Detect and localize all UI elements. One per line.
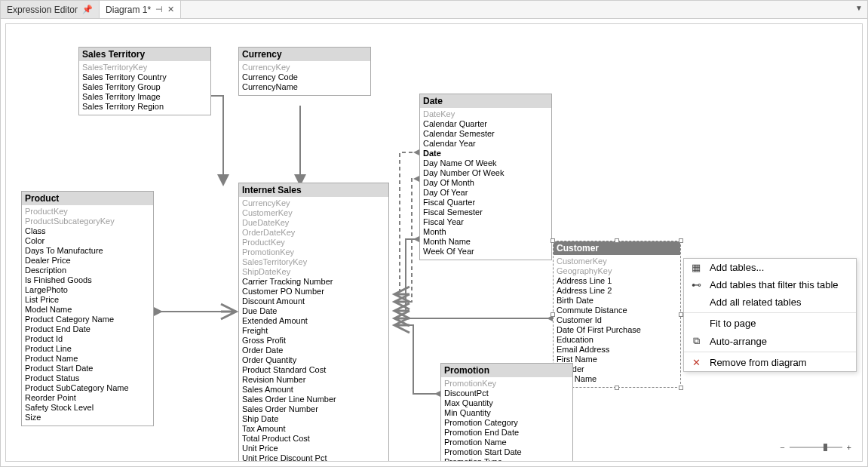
entity-field[interactable]: Sales Order Number <box>242 404 385 414</box>
entity-field[interactable]: Sales Order Line Number <box>242 395 385 404</box>
entity-field[interactable]: Promotion Category <box>444 418 569 428</box>
entity-field[interactable]: Product Line <box>25 344 150 354</box>
entity-field[interactable]: Last Name <box>557 374 677 384</box>
entity-field[interactable]: ProductKey <box>25 207 150 217</box>
entity-field[interactable]: Fiscal Semester <box>423 207 548 217</box>
entity-field[interactable]: Sales Territory Image <box>82 92 207 102</box>
pin-icon[interactable]: 📌 <box>82 5 93 14</box>
entity-field[interactable]: Commute Distance <box>557 306 677 315</box>
entity-field[interactable]: Address Line 1 <box>557 276 677 286</box>
resize-handle[interactable] <box>615 386 619 390</box>
entity-field[interactable]: Min Quantity <box>444 408 569 418</box>
entity-field[interactable]: Customer PO Number <box>242 287 385 296</box>
entity-field[interactable]: Reorder Point <box>25 393 150 403</box>
entity-field[interactable]: CurrencyKey <box>242 63 367 72</box>
entity-field[interactable]: DateKey <box>423 109 548 119</box>
entity-field[interactable]: Sales Territory Country <box>82 72 207 82</box>
entity-field[interactable]: Day Of Year <box>423 188 548 198</box>
entity-field[interactable]: LargePhoto <box>25 285 150 295</box>
entity-field[interactable]: PromotionKey <box>242 247 385 257</box>
menu-add-related[interactable]: Add all related tables <box>684 293 856 311</box>
entity-field[interactable]: CurrencyKey <box>242 198 385 208</box>
entity-field[interactable]: Sales Amount <box>242 385 385 395</box>
entity-promotion[interactable]: Promotion PromotionKeyDiscountPctMax Qua… <box>440 363 573 462</box>
entity-field[interactable]: Discount Amount <box>242 296 385 306</box>
entity-field[interactable]: Freight <box>242 326 385 336</box>
diagram-canvas[interactable]: Sales Territory SalesTerritoryKeySales T… <box>5 23 863 462</box>
entity-field[interactable]: Month Name <box>423 237 548 247</box>
entity-field[interactable]: First Name <box>557 355 677 364</box>
entity-field[interactable]: CustomerKey <box>242 208 385 218</box>
entity-field[interactable]: Promotion Start Date <box>444 447 569 457</box>
resize-handle[interactable] <box>551 312 555 317</box>
entity-field[interactable]: Email Address <box>557 345 677 355</box>
entity-field[interactable]: Customer Id <box>557 315 677 325</box>
close-icon[interactable]: ✕ <box>167 5 174 14</box>
entity-sales-territory[interactable]: Sales Territory SalesTerritoryKeySales T… <box>78 47 211 115</box>
zoom-out-button[interactable]: − <box>780 443 784 452</box>
zoom-in-button[interactable]: + <box>847 443 851 452</box>
entity-field[interactable]: PromotionKey <box>444 379 569 389</box>
entity-field[interactable]: Order Quantity <box>242 355 385 365</box>
entity-field[interactable]: Gender <box>557 364 677 374</box>
entity-field[interactable]: Product Id <box>25 334 150 344</box>
entity-field[interactable]: Promotion Name <box>444 438 569 447</box>
entity-field[interactable]: Days To Manufacture <box>25 246 150 256</box>
entity-field[interactable]: Sales Territory Region <box>82 102 207 112</box>
entity-field[interactable]: Color <box>25 236 150 246</box>
resize-handle[interactable] <box>615 238 619 243</box>
entity-currency[interactable]: Currency CurrencyKeyCurrency CodeCurrenc… <box>238 47 371 96</box>
entity-field[interactable]: Ship Date <box>242 414 385 424</box>
entity-field[interactable]: Calendar Quarter <box>423 119 548 129</box>
entity-field[interactable]: Currency Code <box>242 72 367 82</box>
entity-field[interactable]: Order Date <box>242 346 385 355</box>
entity-field[interactable]: SalesTerritoryKey <box>242 257 385 267</box>
entity-field[interactable]: Model Name <box>25 305 150 315</box>
entity-field[interactable]: Max Quantity <box>444 398 569 408</box>
entity-field[interactable]: Product Category Name <box>25 315 150 324</box>
tab-menu-dropdown[interactable]: ▼ <box>855 4 863 12</box>
zoom-slider[interactable] <box>790 447 842 448</box>
entity-field[interactable]: Revision Number <box>242 375 385 385</box>
entity-field[interactable]: Birth Date <box>557 296 677 306</box>
entity-field[interactable]: Address Line 2 <box>557 286 677 296</box>
entity-field[interactable]: List Price <box>25 295 150 305</box>
entity-field[interactable]: Date Of First Purchase <box>557 325 677 335</box>
entity-field[interactable]: Calendar Year <box>423 139 548 149</box>
entity-field[interactable]: Extended Amount <box>242 316 385 326</box>
entity-field[interactable]: Product Status <box>25 373 150 383</box>
entity-field[interactable]: Due Date <box>242 306 385 316</box>
entity-field[interactable]: GeographyKey <box>557 266 677 276</box>
entity-field[interactable]: CustomerKey <box>557 257 677 266</box>
entity-field[interactable]: DiscountPct <box>444 389 569 398</box>
entity-field[interactable]: ProductSubcategoryKey <box>25 217 150 226</box>
menu-fit-page[interactable]: Fit to page <box>684 315 856 332</box>
entity-field[interactable]: DueDateKey <box>242 218 385 228</box>
entity-field[interactable]: Gross Profit <box>242 336 385 346</box>
entity-field[interactable]: Tax Amount <box>242 424 385 434</box>
entity-field[interactable]: Carrier Tracking Number <box>242 277 385 287</box>
entity-field[interactable]: ProductKey <box>242 238 385 247</box>
entity-product[interactable]: Product ProductKeyProductSubcategoryKeyC… <box>21 191 154 426</box>
entity-field[interactable]: Dealer Price <box>25 256 150 266</box>
entity-field[interactable]: ShipDateKey <box>242 267 385 277</box>
entity-field[interactable]: Product Start Date <box>25 364 150 373</box>
menu-add-tables[interactable]: ▦ Add tables... <box>684 259 856 276</box>
entity-field[interactable]: Description <box>25 266 150 275</box>
entity-field[interactable]: Promotion End Date <box>444 428 569 438</box>
entity-date[interactable]: Date DateKeyCalendar QuarterCalendar Sem… <box>419 94 552 260</box>
entity-field[interactable]: Unit Price <box>242 444 385 453</box>
entity-field[interactable]: Sales Territory Group <box>82 82 207 92</box>
entity-field[interactable]: Calendar Semester <box>423 129 548 139</box>
entity-field[interactable]: Total Product Cost <box>242 434 385 444</box>
entity-field[interactable]: Promotion Type <box>444 457 569 462</box>
menu-add-filter-tables[interactable]: ⊷ Add tables that filter this table <box>684 276 856 293</box>
entity-field[interactable]: Fiscal Year <box>423 217 548 227</box>
menu-auto-arrange[interactable]: ⧉ Auto-arrange <box>684 332 856 350</box>
resize-handle[interactable] <box>679 386 683 390</box>
entity-field[interactable]: Date <box>423 149 548 158</box>
entity-field[interactable]: OrderDateKey <box>242 228 385 238</box>
entity-field[interactable]: Education <box>557 335 677 345</box>
menu-remove[interactable]: ✕ Remove from diagram <box>684 354 856 371</box>
resize-handle[interactable] <box>679 238 683 243</box>
